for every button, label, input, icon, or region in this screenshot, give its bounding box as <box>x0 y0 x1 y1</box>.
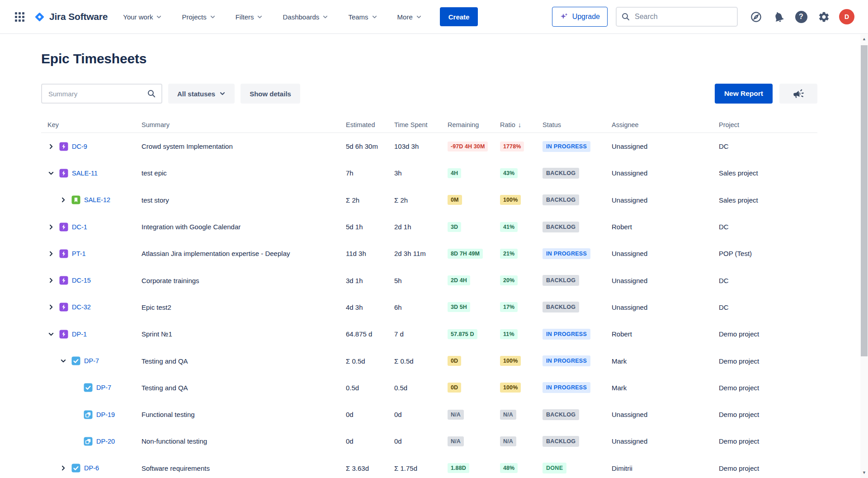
expand-chevron[interactable] <box>47 250 55 257</box>
remaining-cell: 0M <box>441 195 494 205</box>
issue-key-link[interactable]: DP-7 <box>96 384 111 391</box>
new-report-button[interactable]: New Report <box>715 84 773 104</box>
search-icon <box>621 12 630 21</box>
col-ratio[interactable]: Ratio↓ <box>494 121 536 128</box>
task-issue-icon <box>71 356 80 365</box>
assignee: Unassigned <box>605 250 712 257</box>
status-badge: IN PROGRESS <box>542 248 590 259</box>
nav-your-work[interactable]: Your work <box>123 13 162 21</box>
col-key[interactable]: Key <box>41 121 135 128</box>
remaining-cell: 1.88D <box>441 463 494 473</box>
issue-key-link[interactable]: DC-15 <box>72 277 91 284</box>
key-cell: DP-20 <box>41 437 135 446</box>
remaining-cell: 4H <box>441 168 494 178</box>
expand-chevron[interactable] <box>47 143 55 150</box>
nav-teams[interactable]: Teams <box>348 13 377 21</box>
issue-key-link[interactable]: DC-32 <box>72 303 91 311</box>
main-content: Epic Timesheets All statuses Show detail… <box>41 34 817 478</box>
table-row: DP-6Software requirementsΣ 3.63dΣ 1.75d1… <box>41 455 817 478</box>
issue-key-link[interactable]: DP-20 <box>96 438 115 445</box>
top-nav: Jira Software Your work Projects Filters… <box>0 0 868 34</box>
expand-chevron[interactable] <box>60 196 67 204</box>
expand-chevron[interactable] <box>47 303 55 311</box>
global-search <box>616 7 738 27</box>
ratio-cell: 20% <box>494 275 536 285</box>
status-filter-dropdown[interactable]: All statuses <box>168 84 235 104</box>
status-cell: BACKLOG <box>536 275 605 286</box>
collapse-chevron[interactable] <box>60 357 67 364</box>
col-project[interactable]: Project <box>712 121 817 128</box>
expand-chevron[interactable] <box>60 464 67 472</box>
col-summary[interactable]: Summary <box>135 121 340 128</box>
assignee: Unassigned <box>605 437 712 445</box>
col-assignee[interactable]: Assignee <box>605 121 712 128</box>
project: Demo project <box>712 464 817 472</box>
issue-key-link[interactable]: DC-9 <box>72 143 87 150</box>
chevron-spacer <box>72 438 79 445</box>
create-button[interactable]: Create <box>440 7 478 26</box>
expand-chevron[interactable] <box>47 277 55 284</box>
remaining-cell: 57.875 D <box>441 329 494 339</box>
jira-window: Jira Software Your work Projects Filters… <box>0 0 868 478</box>
remaining-cell: 3D 5H <box>441 302 494 312</box>
col-status[interactable]: Status <box>536 121 605 128</box>
nav-dashboards[interactable]: Dashboards <box>283 13 328 21</box>
assignee: Unassigned <box>605 303 712 311</box>
collapse-chevron[interactable] <box>47 170 55 177</box>
app-switcher-button[interactable] <box>12 9 27 24</box>
feedback-button[interactable] <box>779 84 817 104</box>
summary-filter-input[interactable] <box>41 84 162 104</box>
issue-key-link[interactable]: SALE-11 <box>72 170 98 177</box>
expand-chevron[interactable] <box>47 223 55 231</box>
issue-key-link[interactable]: DC-1 <box>72 223 87 231</box>
estimated-value: Σ 0.5d <box>340 357 388 365</box>
issue-key-link[interactable]: PT-1 <box>72 250 86 257</box>
table-body: DC-9Crowd system Implementation5d 6h 30m… <box>41 133 817 478</box>
status-badge: DONE <box>542 463 566 473</box>
app-name: Jira Software <box>49 11 108 22</box>
upgrade-button[interactable]: Upgrade <box>552 7 608 27</box>
ratio-cell: 21% <box>494 249 536 259</box>
issue-key-link[interactable]: DP-19 <box>96 411 115 418</box>
time-spent-value: Σ 1.75d <box>388 464 441 472</box>
scrollbar-thumb[interactable] <box>861 45 868 356</box>
issue-key-link[interactable]: DP-7 <box>84 357 99 364</box>
jira-logo[interactable]: Jira Software <box>33 11 108 23</box>
settings-button[interactable] <box>816 9 831 24</box>
avatar[interactable]: D <box>839 9 854 24</box>
nav-more[interactable]: More <box>397 13 422 21</box>
nav-projects[interactable]: Projects <box>182 13 215 21</box>
issue-summary: Non-functional testing <box>135 437 340 445</box>
col-remaining[interactable]: Remaining <box>441 121 494 128</box>
nav-filters[interactable]: Filters <box>236 13 263 21</box>
scroll-up-arrow[interactable]: ▲ <box>860 34 868 43</box>
ratio-badge: 1778% <box>500 142 524 151</box>
issue-key-link[interactable]: SALE-12 <box>84 196 110 204</box>
toolbar: All statuses Show details New Report <box>41 84 817 104</box>
time-spent-value: Σ 2h <box>388 196 441 204</box>
global-search-input[interactable] <box>616 7 738 27</box>
issue-key-link[interactable]: DP-1 <box>72 331 87 338</box>
col-estimated[interactable]: Estimated <box>340 121 388 128</box>
table-row: DC-9Crowd system Implementation5d 6h 30m… <box>41 133 817 160</box>
show-details-button[interactable]: Show details <box>241 84 300 104</box>
ratio-cell: 100% <box>494 195 536 205</box>
time-spent-value: 5h <box>388 277 441 284</box>
collapse-chevron[interactable] <box>47 331 55 338</box>
notifications-button[interactable] <box>771 9 786 24</box>
ratio-cell: 17% <box>494 302 536 312</box>
time-spent-value: 6h <box>388 303 441 311</box>
vertical-scrollbar[interactable]: ▲ ▼ <box>860 34 868 478</box>
issue-key-link[interactable]: DP-6 <box>84 464 99 472</box>
help-button[interactable] <box>794 9 808 24</box>
task-issue-icon <box>71 464 80 473</box>
epic-issue-icon <box>59 276 68 285</box>
time-spent-value: 0.5d <box>388 384 441 392</box>
ratio-cell: N/A <box>494 436 536 446</box>
issue-summary: Crowd system Implementation <box>135 142 340 150</box>
megaphone-icon <box>791 86 805 100</box>
scroll-down-arrow[interactable]: ▼ <box>860 468 868 477</box>
col-time-spent[interactable]: Time Spent <box>388 121 441 128</box>
discover-button[interactable] <box>749 9 763 24</box>
key-cell: SALE-11 <box>41 169 135 178</box>
